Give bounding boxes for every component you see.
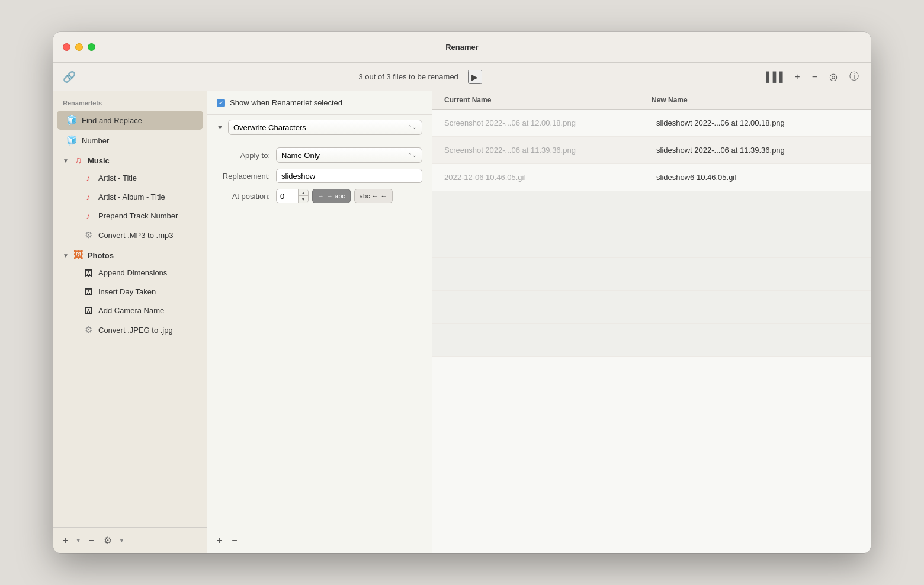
remove-file-button[interactable]: − [810, 69, 820, 85]
table-row[interactable]: Screenshot 2022-...06 at 11.39.36.png sl… [432, 137, 871, 164]
minimize-button[interactable] [75, 43, 83, 51]
titlebar: Renamer [53, 32, 871, 63]
replacement-row: Replacement: [217, 169, 422, 183]
main-content: Renamerlets 🧊 Find and Replace 🧊 Number … [53, 91, 871, 553]
sidebar-footer: + ▼ − ⚙ ▼ [53, 527, 207, 553]
bar-chart-icon[interactable]: ▐▐▐ [760, 69, 785, 85]
sidebar-item-convert-mp3[interactable]: ⚙ Convert .MP3 to .mp3 [73, 226, 203, 245]
apply-to-dropdown[interactable]: Name Only ⌃⌄ [276, 147, 422, 163]
apply-to-arrow: ⌃⌄ [408, 152, 417, 158]
info-icon[interactable]: ⓘ [847, 68, 861, 85]
toolbar-right: ▐▐▐ + − ◎ ⓘ [760, 68, 861, 85]
gear-icon-mp3: ⚙ [83, 230, 94, 240]
table-row [432, 291, 871, 324]
position-left-btn[interactable]: → → abc [312, 189, 351, 203]
at-position-row: At position: ▲ ▼ → → abc [217, 189, 422, 203]
at-position-label: At position: [217, 192, 270, 201]
artist-album-label: Artist - Album - Title [98, 192, 165, 201]
link-icon[interactable]: 🔗 [63, 70, 76, 83]
cell-current-2: Screenshot 2022-...06 at 11.39.36.png [444, 146, 656, 155]
add-file-button[interactable]: + [792, 69, 802, 85]
sidebar-item-label-find-replace: Find and Replace [82, 116, 142, 125]
sidebar-item-find-replace[interactable]: 🧊 Find and Replace [57, 111, 203, 130]
cube-icon-find-replace: 🧊 [66, 115, 77, 126]
position-stepper-down[interactable]: ▼ [299, 196, 308, 202]
music-icon: ♫ [72, 155, 84, 166]
type-dropdown-arrow: ⌃⌄ [408, 124, 417, 130]
table-row [432, 191, 871, 224]
sidebar-section-music[interactable]: ▼ ♫ Music [53, 150, 207, 168]
sidebar-header: Renamerlets [53, 91, 207, 110]
sidebar: Renamerlets 🧊 Find and Replace 🧊 Number … [53, 91, 207, 553]
collapse-chevron[interactable]: ▼ [217, 124, 223, 131]
sidebar-gear-button[interactable]: ⚙ [101, 533, 114, 547]
music-icon-artist-album: ♪ [83, 192, 94, 202]
sidebar-item-append-dim[interactable]: 🖼 Append Dimensions [73, 263, 203, 282]
col-new-header: New Name [652, 96, 859, 104]
sidebar-item-label-number: Number [82, 136, 109, 145]
sidebar-item-add-camera[interactable]: 🖼 Add Camera Name [73, 301, 203, 320]
sidebar-item-convert-jpeg[interactable]: ⚙ Convert .JPEG to .jpg [73, 320, 203, 339]
type-dropdown-value: Overwrite Characters [233, 123, 306, 132]
cell-new-3: slideshow6 10.46.05.gif [656, 173, 859, 182]
toolbar-status: 3 out of 3 files to be renamed ▶ [88, 70, 753, 84]
table-row[interactable]: Screenshot 2022-...06 at 12.00.18.png sl… [432, 110, 871, 137]
sidebar-item-insert-day[interactable]: 🖼 Insert Day Taken [73, 282, 203, 301]
type-selector-row: ▼ Overwrite Characters ⌃⌄ [207, 115, 432, 140]
replacement-input[interactable] [276, 169, 422, 183]
append-dim-label: Append Dimensions [98, 268, 167, 277]
convert-jpeg-label: Convert .JPEG to .jpg [98, 326, 173, 335]
checkbox-check-icon: ✓ [219, 100, 223, 106]
sidebar-item-number[interactable]: 🧊 Number [57, 131, 203, 150]
close-button[interactable] [63, 43, 70, 51]
music-icon-prepend: ♪ [83, 211, 94, 221]
position-input[interactable] [277, 192, 298, 201]
middle-minus-button[interactable]: − [229, 534, 239, 547]
music-icon-artist-title: ♪ [83, 173, 94, 183]
sidebar-section-photos[interactable]: ▼ 🖼 Photos [53, 245, 207, 263]
apply-to-value: Name Only [281, 151, 320, 160]
cell-new-2: slideshowt 2022-...06 at 11.39.36.png [656, 146, 859, 155]
middle-add-button[interactable]: + [214, 534, 224, 547]
table-row[interactable]: 2022-12-06 10.46.05.gif slideshow6 10.46… [432, 164, 871, 191]
right-panel: Current Name New Name Screenshot 2022-..… [432, 91, 871, 553]
show-renamerlet-checkbox[interactable]: ✓ [217, 99, 225, 107]
type-dropdown[interactable]: Overwrite Characters ⌃⌄ [228, 120, 422, 135]
table-body: Screenshot 2022-...06 at 12.00.18.png sl… [432, 110, 871, 553]
position-stepper-up[interactable]: ▲ [299, 189, 308, 196]
maximize-button[interactable] [88, 43, 95, 51]
window-title: Renamer [445, 43, 479, 52]
icon-append-dim: 🖼 [83, 268, 94, 278]
icon-add-camera: 🖼 [83, 306, 94, 316]
sidebar-item-prepend-track[interactable]: ♪ Prepend Track Number [73, 207, 203, 225]
arrow-right-icon: → [317, 192, 324, 200]
sidebar-item-artist-album-title[interactable]: ♪ Artist - Album - Title [73, 188, 203, 206]
play-button[interactable]: ▶ [468, 70, 482, 84]
sidebar-minus-button[interactable]: − [86, 534, 96, 547]
position-stepper: ▲ ▼ [298, 189, 308, 202]
form-rows: Apply to: Name Only ⌃⌄ Replacement: At p… [207, 140, 432, 210]
insert-day-label: Insert Day Taken [98, 287, 156, 296]
cube-icon-number: 🧊 [66, 135, 77, 146]
table-row [432, 258, 871, 291]
preview-icon[interactable]: ◎ [827, 69, 840, 85]
cell-current-1: Screenshot 2022-...06 at 12.00.18.png [444, 118, 656, 127]
cell-current-3: 2022-12-06 10.46.05.gif [444, 173, 656, 182]
sidebar-item-artist-title[interactable]: ♪ Artist - Title [73, 169, 203, 187]
middle-panel-footer: + − [207, 528, 432, 553]
position-left-label: → abc [326, 192, 345, 200]
sidebar-gear-chevron: ▼ [119, 537, 125, 544]
show-renamerlet-label: Show when Renamerlet selected [230, 98, 342, 107]
sidebar-add-button[interactable]: + [60, 534, 70, 547]
add-camera-label: Add Camera Name [98, 306, 164, 315]
apply-to-row: Apply to: Name Only ⌃⌄ [217, 147, 422, 163]
replacement-label: Replacement: [217, 172, 270, 181]
apply-to-label: Apply to: [217, 151, 270, 160]
position-right-label: abc ← [360, 192, 378, 200]
sidebar-add-chevron: ▼ [75, 537, 81, 544]
convert-mp3-label: Convert .MP3 to .mp3 [98, 231, 173, 240]
icon-insert-day: 🖼 [83, 287, 94, 297]
position-right-btn[interactable]: abc ← ← [354, 189, 393, 203]
traffic-lights [63, 43, 95, 51]
col-current-header: Current Name [444, 96, 652, 104]
